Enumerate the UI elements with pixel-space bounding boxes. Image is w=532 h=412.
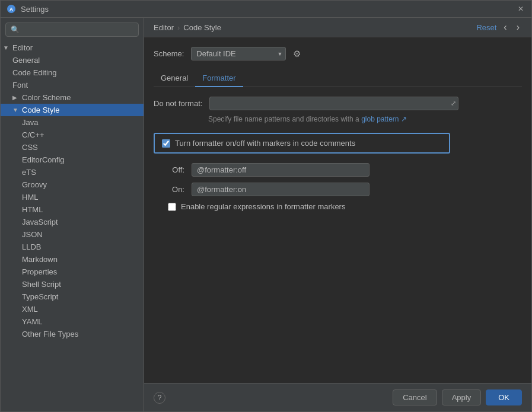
main-panel: Editor › Code Style Reset ‹ › Scheme: De… bbox=[144, 18, 531, 411]
sidebar-item-hml[interactable]: HML bbox=[1, 191, 144, 203]
chevron-down-icon: ▼ bbox=[3, 44, 10, 51]
reset-button[interactable]: Reset bbox=[476, 23, 496, 32]
sidebar-item-label: EditorConfig bbox=[22, 155, 65, 164]
sidebar-item-json[interactable]: JSON bbox=[1, 228, 144, 241]
breadcrumb-actions: Reset ‹ › bbox=[476, 23, 522, 32]
sidebar-item-groovy[interactable]: Groovy bbox=[1, 178, 144, 191]
sidebar-item-label: JSON bbox=[22, 230, 43, 239]
sidebar-item-label: Editor bbox=[12, 43, 33, 52]
forward-button[interactable]: › bbox=[514, 23, 522, 32]
off-row: Off: bbox=[168, 163, 522, 177]
formatter-marker-label: Turn formatter on/off with markers in co… bbox=[175, 139, 355, 148]
chevron-down-icon: ▼ bbox=[12, 107, 20, 113]
do-not-format-input-wrap: ⤢ bbox=[209, 97, 458, 110]
do-not-format-row: Do not format: ⤢ bbox=[154, 97, 522, 110]
main-content: ▼ Editor General Code Editing Font ▶ Col… bbox=[1, 18, 531, 411]
off-label: Off: bbox=[168, 165, 184, 174]
sidebar-item-label: YAML bbox=[22, 317, 42, 326]
sidebar-item-properties[interactable]: Properties bbox=[1, 266, 144, 278]
sidebar-item-markdown[interactable]: Markdown bbox=[1, 253, 144, 266]
sidebar-item-shell-script[interactable]: Shell Script bbox=[1, 278, 144, 290]
sidebar-item-label: Markdown bbox=[22, 255, 58, 264]
formatter-marker-checkbox[interactable] bbox=[162, 139, 170, 148]
breadcrumb-bar: Editor › Code Style Reset ‹ › bbox=[144, 18, 531, 37]
sidebar-item-general[interactable]: General bbox=[1, 54, 144, 66]
sidebar-item-css[interactable]: CSS bbox=[1, 141, 144, 154]
sidebar-item-label: Code Editing bbox=[12, 68, 56, 77]
sidebar-nav: ▼ Editor General Code Editing Font ▶ Col… bbox=[1, 41, 144, 340]
tab-formatter[interactable]: Formatter bbox=[195, 70, 243, 87]
back-button[interactable]: ‹ bbox=[501, 23, 509, 32]
sidebar-item-label: Shell Script bbox=[22, 280, 61, 289]
formatter-marker-checkbox-row[interactable]: Turn formatter on/off with markers in co… bbox=[154, 133, 450, 154]
sidebar-item-label: General bbox=[12, 56, 40, 65]
sidebar-item-editorconfig[interactable]: EditorConfig bbox=[1, 154, 144, 166]
sidebar-item-editor[interactable]: ▼ Editor bbox=[1, 41, 144, 54]
sidebar-item-label: JavaScript bbox=[22, 218, 58, 226]
app-icon: A bbox=[7, 4, 16, 14]
sidebar-item-ets[interactable]: eTS bbox=[1, 166, 144, 178]
sidebar-item-javascript[interactable]: JavaScript bbox=[1, 216, 144, 228]
sidebar-item-lldb[interactable]: LLDB bbox=[1, 241, 144, 253]
sidebar-item-label: HML bbox=[22, 193, 38, 202]
sidebar-item-xml[interactable]: XML bbox=[1, 303, 144, 315]
do-not-format-input[interactable] bbox=[209, 97, 458, 110]
help-button[interactable]: ? bbox=[154, 392, 165, 404]
sidebar-item-typescript[interactable]: TypeScript bbox=[1, 290, 144, 303]
sidebar-item-label: Properties bbox=[22, 267, 57, 276]
sidebar-item-code-style[interactable]: ▼ Code Style bbox=[1, 104, 144, 116]
sidebar: ▼ Editor General Code Editing Font ▶ Col… bbox=[1, 18, 144, 411]
sidebar-item-label: LLDB bbox=[22, 242, 42, 251]
bottom-bar: ? Cancel Apply OK bbox=[144, 383, 531, 411]
breadcrumb-separator: › bbox=[177, 23, 180, 32]
cancel-button[interactable]: Cancel bbox=[393, 389, 437, 405]
do-not-format-label: Do not format: bbox=[154, 99, 202, 108]
sidebar-item-label: eTS bbox=[22, 168, 36, 177]
sidebar-item-java[interactable]: Java bbox=[1, 116, 144, 129]
glob-pattern-link[interactable]: glob pattern ↗ bbox=[361, 115, 407, 123]
sidebar-item-color-scheme[interactable]: ▶ Color Scheme bbox=[1, 91, 144, 104]
expand-button[interactable]: ⤢ bbox=[451, 100, 456, 107]
sidebar-item-label: Font bbox=[12, 81, 28, 90]
formatter-content: Do not format: ⤢ Specify file name patte… bbox=[154, 97, 522, 211]
sidebar-item-label: XML bbox=[22, 305, 38, 314]
regex-checkbox[interactable] bbox=[168, 203, 176, 211]
scheme-select[interactable]: Default IDE bbox=[191, 47, 286, 60]
close-button[interactable]: ✕ bbox=[516, 4, 525, 14]
sidebar-item-cpp[interactable]: C/C++ bbox=[1, 129, 144, 141]
sidebar-item-other-file-types[interactable]: Other File Types bbox=[1, 328, 144, 340]
breadcrumb-parent: Editor bbox=[154, 23, 174, 32]
regex-checkbox-row[interactable]: Enable regular expressions in formatter … bbox=[168, 202, 522, 211]
gear-button[interactable]: ⚙ bbox=[293, 49, 301, 59]
tab-general[interactable]: General bbox=[154, 70, 195, 87]
sidebar-item-label: C/C++ bbox=[22, 130, 44, 139]
sidebar-item-html[interactable]: HTML bbox=[1, 203, 144, 216]
markers-section: Off: On: Enable regular expressions in f… bbox=[154, 163, 522, 211]
on-row: On: bbox=[168, 183, 522, 196]
svg-text:A: A bbox=[9, 7, 14, 12]
on-input[interactable] bbox=[192, 183, 369, 196]
title-bar: A Settings ✕ bbox=[1, 1, 531, 18]
on-label: On: bbox=[168, 185, 184, 194]
search-input[interactable] bbox=[5, 23, 139, 37]
tabs: General Formatter bbox=[154, 70, 522, 87]
scheme-row: Scheme: Default IDE ⚙ bbox=[154, 47, 522, 60]
sidebar-item-label: Code Style bbox=[22, 106, 60, 114]
off-input[interactable] bbox=[192, 163, 369, 177]
apply-button[interactable]: Apply bbox=[442, 389, 482, 405]
ok-button[interactable]: OK bbox=[486, 389, 522, 405]
sidebar-item-code-editing[interactable]: Code Editing bbox=[1, 66, 144, 79]
sidebar-item-font[interactable]: Font bbox=[1, 79, 144, 91]
sidebar-item-label: Java bbox=[22, 118, 38, 127]
sidebar-item-label: HTML bbox=[22, 205, 43, 214]
hint-text: Specify file name patterns and directori… bbox=[208, 115, 522, 123]
window-title: Settings bbox=[21, 5, 511, 14]
scheme-label: Scheme: bbox=[154, 49, 184, 58]
panel-content: Scheme: Default IDE ⚙ General Formatter bbox=[144, 37, 531, 383]
settings-window: A Settings ✕ ▼ Editor General Code Editi… bbox=[0, 0, 532, 412]
breadcrumb-current: Code Style bbox=[183, 23, 221, 32]
sidebar-item-label: Color Scheme bbox=[22, 93, 71, 102]
sidebar-item-yaml[interactable]: YAML bbox=[1, 315, 144, 328]
chevron-right-icon: ▶ bbox=[12, 94, 20, 101]
sidebar-item-label: Other File Types bbox=[22, 330, 78, 338]
